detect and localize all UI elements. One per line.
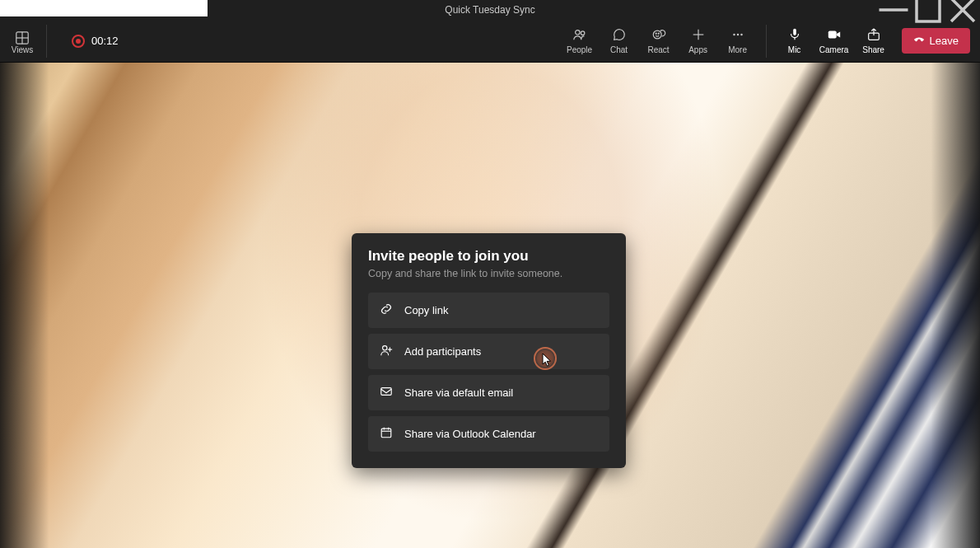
- leave-button[interactable]: Leave: [902, 28, 970, 54]
- active-tab-placeholder: [0, 0, 208, 16]
- apps-button[interactable]: Apps: [679, 21, 718, 61]
- views-button[interactable]: Views: [7, 27, 38, 54]
- meeting-toolbar: Views 00:12 People Chat React: [0, 20, 980, 63]
- modal-title: Invite people to join you: [368, 248, 609, 265]
- toolbar-divider-2: [766, 25, 767, 58]
- toolbar-divider: [46, 25, 47, 58]
- people-button[interactable]: People: [560, 21, 600, 61]
- svg-rect-19: [828, 31, 836, 39]
- share-email-option[interactable]: Share via default email: [368, 375, 609, 410]
- chat-label: Chat: [610, 45, 628, 54]
- minimize-button[interactable]: [876, 0, 911, 20]
- svg-rect-17: [793, 29, 796, 35]
- svg-point-8: [581, 31, 585, 35]
- chat-icon: [612, 27, 627, 44]
- plus-icon: [691, 27, 706, 44]
- modal-close-button[interactable]: [600, 241, 618, 260]
- mic-button[interactable]: Mic: [775, 21, 814, 61]
- svg-point-16: [740, 34, 743, 36]
- calendar-icon: [380, 426, 393, 442]
- meeting-timer: 00:12: [91, 35, 119, 47]
- copy-link-label: Copy link: [404, 304, 448, 316]
- chat-button[interactable]: Chat: [600, 21, 639, 61]
- people-icon: [572, 27, 587, 44]
- leave-label: Leave: [930, 35, 959, 47]
- copy-link-option[interactable]: Copy link: [368, 293, 609, 328]
- mic-label: Mic: [788, 45, 801, 54]
- svg-point-14: [733, 34, 735, 36]
- camera-label: Camera: [819, 45, 849, 54]
- share-icon: [866, 27, 881, 44]
- apps-label: Apps: [688, 45, 707, 54]
- camera-icon: [827, 27, 842, 44]
- views-label: Views: [12, 45, 34, 54]
- maximize-button[interactable]: [911, 0, 945, 20]
- recording-indicator[interactable]: 00:12: [72, 35, 119, 48]
- svg-point-23: [383, 346, 387, 350]
- add-participants-option[interactable]: Add participants: [368, 334, 609, 369]
- mail-icon: [380, 385, 393, 400]
- react-icon: [651, 27, 666, 44]
- svg-rect-26: [381, 388, 391, 396]
- modal-subtitle: Copy and share the link to invite someon…: [368, 268, 609, 279]
- window-controls: [876, 0, 980, 20]
- svg-point-10: [656, 33, 656, 34]
- tool-group-left: People Chat React Apps More: [560, 21, 758, 61]
- link-icon: [380, 302, 393, 318]
- invite-modal: Invite people to join you Copy and share…: [352, 233, 626, 468]
- svg-rect-1: [917, 0, 940, 21]
- tool-group-av: Mic Camera Share: [775, 21, 894, 61]
- share-email-label: Share via default email: [404, 386, 513, 399]
- svg-point-7: [575, 30, 579, 35]
- people-label: People: [567, 45, 592, 54]
- svg-point-9: [653, 30, 661, 39]
- close-window-button[interactable]: [945, 0, 980, 20]
- phone-down-icon: [913, 34, 925, 48]
- react-button[interactable]: React: [639, 21, 679, 61]
- svg-point-15: [736, 34, 739, 36]
- video-stage: Invite people to join you Copy and share…: [0, 63, 980, 548]
- share-outlook-label: Share via Outlook Calendar: [404, 428, 536, 440]
- camera-button[interactable]: Camera: [814, 21, 854, 61]
- add-people-icon: [380, 344, 393, 359]
- window-title: Quick Tuesday Sync: [445, 4, 534, 16]
- titlebar: Quick Tuesday Sync: [0, 0, 980, 20]
- share-outlook-option[interactable]: Share via Outlook Calendar: [368, 416, 609, 452]
- ellipsis-icon: [730, 27, 745, 44]
- mic-icon: [787, 27, 802, 44]
- svg-rect-27: [381, 429, 391, 438]
- add-participants-label: Add participants: [404, 345, 481, 358]
- more-button[interactable]: More: [718, 21, 758, 61]
- react-label: React: [648, 45, 670, 54]
- svg-point-11: [658, 33, 659, 34]
- record-icon: [72, 35, 85, 48]
- more-label: More: [728, 45, 747, 54]
- share-label: Share: [862, 45, 884, 54]
